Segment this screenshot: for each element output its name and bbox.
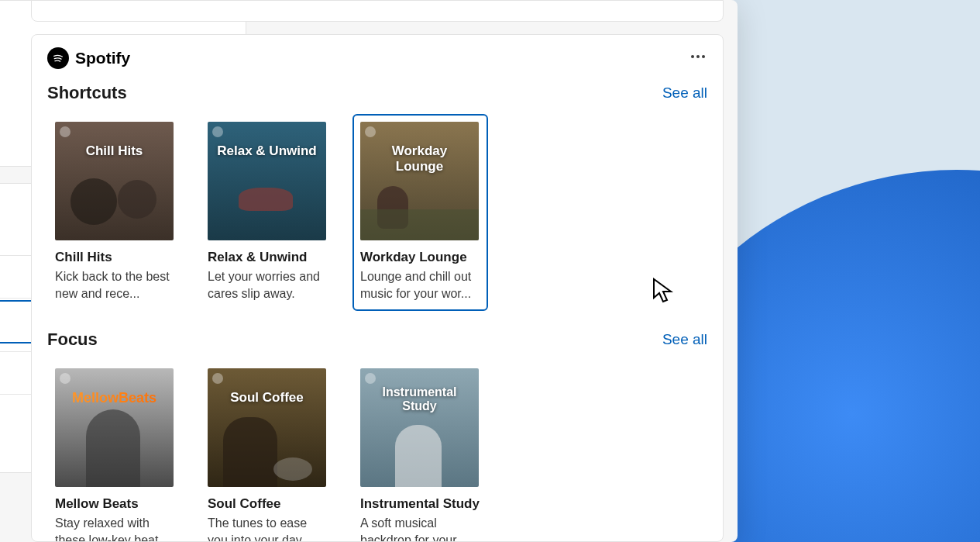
- shortcuts-section-header: Shortcuts See all: [47, 83, 707, 103]
- playlist-description: The tunes to ease you into your day: [208, 515, 328, 542]
- svg-point-6: [696, 55, 700, 58]
- shortcuts-see-all-link[interactable]: See all: [662, 85, 707, 102]
- playlist-description: A soft musical backdrop for your: [360, 515, 480, 542]
- playlist-cover: Soul Coffee: [208, 368, 326, 487]
- focus-row: MellowBeats Mellow Beats Stay relaxed wi…: [47, 361, 707, 542]
- playlist-description: Kick back to the best new and rece...: [55, 268, 175, 302]
- spotify-header: Spotify: [47, 47, 707, 69]
- focus-title: Focus: [47, 330, 98, 350]
- svg-point-5: [691, 55, 694, 58]
- playlist-cover: Workday Lounge: [360, 122, 479, 240]
- playlist-title: Chill Hits: [55, 250, 175, 265]
- playlist-tile-instrumental-study[interactable]: Instrumental Study Instrumental Study A …: [352, 361, 488, 542]
- cover-label: Soul Coffee: [208, 390, 326, 406]
- playlist-tile-workday-lounge[interactable]: Workday Lounge Workday Lounge Lounge and…: [352, 114, 488, 311]
- playlist-description: Lounge and chill out music for your wor.…: [360, 268, 480, 302]
- spotify-brand-label: Spotify: [75, 49, 130, 67]
- left-column: kip break focus session n product naming: [0, 0, 31, 542]
- playlist-tile-soul-coffee[interactable]: Soul Coffee Soul Coffee The tunes to eas…: [200, 361, 335, 542]
- shortcuts-title: Shortcuts: [47, 83, 127, 103]
- playlist-cover: Instrumental Study: [360, 368, 479, 487]
- cover-label: Instrumental Study: [360, 385, 479, 413]
- cover-label: Chill Hits: [55, 143, 174, 159]
- playlist-title: Workday Lounge: [360, 250, 480, 265]
- focus-see-all-link[interactable]: See all: [662, 331, 707, 348]
- playlist-tile-chill-hits[interactable]: Chill Hits Chill Hits Kick back to the b…: [47, 114, 183, 311]
- cover-label: Relax & Unwind: [208, 143, 326, 159]
- playlist-cover: Chill Hits: [55, 122, 174, 240]
- playlist-title: Relax & Unwind: [208, 250, 328, 265]
- playlist-tile-mellow-beats[interactable]: MellowBeats Mellow Beats Stay relaxed wi…: [47, 361, 183, 542]
- focus-section-header: Focus See all: [47, 330, 707, 350]
- shortcuts-row: Chill Hits Chill Hits Kick back to the b…: [47, 114, 707, 311]
- playlist-description: Stay relaxed with these low-key beat: [55, 515, 175, 542]
- playlist-tile-relax-unwind[interactable]: Relax & Unwind Relax & Unwind Let your w…: [200, 114, 335, 311]
- playlist-title: Mellow Beats: [55, 496, 175, 512]
- playlist-description: Let your worries and cares slip away.: [208, 268, 328, 302]
- right-column: Spotify Shortcuts See all Chill Hits: [31, 0, 738, 542]
- playlist-title: Soul Coffee: [208, 496, 328, 512]
- spotify-brand: Spotify: [47, 47, 130, 69]
- upper-card-edge: [31, 0, 724, 22]
- spotify-logo-icon: [47, 47, 69, 69]
- spotify-card: Spotify Shortcuts See all Chill Hits: [31, 34, 724, 542]
- svg-point-7: [702, 55, 705, 58]
- playlist-cover: MellowBeats: [55, 368, 174, 487]
- playlist-cover: Relax & Unwind: [208, 122, 326, 240]
- focus-window: kip break focus session n product naming: [0, 0, 738, 542]
- cover-label: MellowBeats: [55, 390, 174, 406]
- playlist-title: Instrumental Study: [360, 496, 480, 512]
- spotify-more-icon[interactable]: [689, 47, 707, 69]
- cover-label: Workday Lounge: [360, 143, 479, 174]
